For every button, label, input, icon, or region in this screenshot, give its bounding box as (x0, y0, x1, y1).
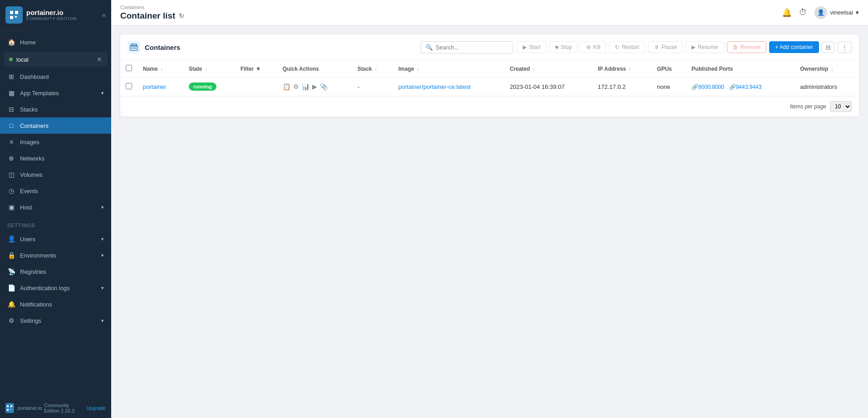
image-column-header[interactable]: Image ↕ (393, 60, 504, 78)
containers-card-title: Containers (145, 44, 180, 51)
stats-action-icon[interactable]: 📊 (302, 83, 309, 90)
stack-column-header[interactable]: Stack ↕ (352, 60, 393, 78)
sidebar-item-auth-logs-label: Authentication logs (20, 285, 70, 292)
sidebar-item-events[interactable]: ◷ Events (0, 183, 111, 199)
sidebar-item-home[interactable]: 🏠 Home (0, 34, 111, 50)
search-box[interactable]: 🔍 (421, 41, 513, 53)
help-icon[interactable]: ⏱ (799, 8, 807, 17)
container-image-link[interactable]: portainer/portainer-ce:latest (398, 83, 471, 90)
users-chevron-icon: ▾ (101, 236, 104, 242)
settings-icon: ⚙ (7, 316, 15, 325)
kill-button[interactable]: ⊗ Kill (580, 41, 606, 53)
created-column-header[interactable]: Created ↕ (504, 60, 592, 78)
sidebar-collapse-button[interactable]: « (102, 11, 106, 19)
sidebar-item-host[interactable]: ▣ Host ▾ (0, 199, 111, 215)
upgrade-link[interactable]: Upgrade (87, 405, 106, 411)
networks-icon: ⊕ (7, 154, 15, 162)
env-close-icon[interactable]: ✕ (97, 56, 102, 63)
resume-button[interactable]: ▶ Resume (686, 41, 724, 53)
add-container-button[interactable]: + Add container (769, 41, 819, 53)
attach-action-icon[interactable]: 📎 (320, 83, 328, 90)
sidebar-item-home-label: Home (20, 39, 36, 46)
containers-card-header: Containers 🔍 ▶ Start (120, 34, 859, 60)
dashboard-icon: ⊞ (7, 73, 15, 81)
user-menu[interactable]: 👤 vineelsai ▾ (814, 6, 859, 19)
port-link-8000[interactable]: 🔗8000:8000 (691, 84, 724, 90)
sidebar-item-networks[interactable]: ⊕ Networks (0, 150, 111, 166)
quick-actions-column-header: Quick Actions (277, 60, 352, 78)
sidebar-item-environments-label: Environments (20, 252, 56, 259)
container-name-link[interactable]: portainer (143, 83, 166, 90)
images-icon: ≡ (7, 138, 15, 146)
ownership-sort-icon: ↕ (831, 67, 834, 72)
host-icon: ▣ (7, 203, 15, 211)
restart-button[interactable]: ↻ Restart (609, 41, 645, 53)
port-link-9443[interactable]: 🔗9443:9443 (729, 84, 762, 90)
sidebar-footer: portainer.io Community Edition 2.16.2 Up… (0, 398, 111, 418)
environments-chevron-icon: ▾ (101, 253, 104, 258)
sidebar-item-images[interactable]: ≡ Images (0, 134, 111, 150)
ip-column-header[interactable]: IP Address ↕ (593, 60, 652, 78)
volumes-icon: ◫ (7, 170, 15, 179)
filter-column-header[interactable]: Filter ▼ (235, 60, 277, 78)
sidebar-item-app-templates-label: App Templates (20, 90, 59, 97)
overflow-menu-button[interactable]: ⋮ (838, 42, 852, 53)
logo: portainer.io COMMUNITY EDITION (5, 6, 77, 24)
app-templates-chevron-icon: ▾ (101, 90, 104, 96)
username-label: vineelsai (830, 9, 853, 16)
sidebar-item-notifications[interactable]: 🔔 Notifications (0, 296, 111, 312)
more-options-button[interactable]: ⊟ (822, 42, 835, 53)
ownership-column-header[interactable]: Ownership ↕ (794, 60, 859, 78)
sidebar-item-settings[interactable]: ⚙ Settings ▾ (0, 312, 111, 329)
sidebar-item-networks-label: Networks (20, 155, 44, 162)
items-per-page-select[interactable]: 10 25 50 (830, 101, 852, 112)
users-icon: 👤 (7, 235, 15, 243)
sidebar-item-app-templates[interactable]: ▦ App Templates ▾ (0, 85, 111, 101)
footer-app-name: portainer.io (18, 405, 42, 411)
sidebar-item-users[interactable]: 👤 Users ▾ (0, 231, 111, 247)
container-ports-cell: 🔗8000:8000 🔗9443:9443 (686, 78, 794, 96)
table-row: portainer running 📋 ⚙ 📊 (120, 78, 859, 96)
inspect-action-icon[interactable]: ⚙ (293, 83, 299, 90)
toolbar: ▶ Start ■ Stop ⊗ Kill ↻ (517, 41, 852, 53)
remove-button[interactable]: 🗑 Remove (727, 41, 767, 53)
auth-logs-chevron-icon: ▾ (101, 285, 104, 291)
overflow-icon: ⋮ (842, 44, 848, 51)
name-column-header[interactable]: Name ↕ (137, 60, 183, 78)
env-selector[interactable]: local ✕ (4, 52, 108, 67)
sidebar-item-registries-label: Registries (20, 268, 46, 275)
search-input[interactable] (436, 44, 508, 51)
stop-button[interactable]: ■ Stop (549, 41, 578, 53)
bell-icon[interactable]: 🔔 (782, 8, 792, 18)
container-created-cell: 2023-01-04 16:39:07 (504, 78, 592, 96)
sidebar-item-host-label: Host (20, 204, 32, 211)
sidebar-item-dashboard[interactable]: ⊞ Dashboard (0, 68, 111, 85)
state-column-header[interactable]: State ↕ (183, 60, 235, 78)
row-checkbox[interactable] (126, 83, 132, 89)
sidebar-item-auth-logs[interactable]: 📄 Authentication logs ▾ (0, 280, 111, 296)
refresh-icon[interactable]: ↻ (179, 12, 184, 19)
sidebar-item-registries[interactable]: 📡 Registries (0, 263, 111, 280)
select-all-checkbox[interactable] (126, 65, 132, 71)
sidebar-item-events-label: Events (20, 188, 38, 194)
sidebar-item-environments[interactable]: 🔒 Environments ▾ (0, 247, 111, 263)
table-footer: Items per page 10 25 50 (120, 96, 859, 117)
sidebar-item-volumes[interactable]: ◫ Volumes (0, 166, 111, 183)
sidebar-item-containers[interactable]: □ Containers (0, 117, 111, 134)
pause-button[interactable]: ⏸ Pause (648, 41, 683, 53)
start-button[interactable]: ▶ Start (517, 41, 546, 53)
svg-rect-6 (7, 409, 9, 411)
svg-rect-2 (10, 16, 13, 19)
notifications-icon: 🔔 (7, 300, 15, 308)
console-action-icon[interactable]: ▶ (312, 83, 317, 90)
container-quick-actions-cell: 📋 ⚙ 📊 ▶ 📎 (277, 78, 352, 96)
table-header-row: Name ↕ State ↕ Filter ▼ Quick Actions (120, 60, 859, 78)
gpus-column-header: GPUs (652, 60, 686, 78)
settings-chevron-icon: ▾ (101, 318, 104, 324)
sidebar-item-stacks[interactable]: ⊟ Stacks (0, 101, 111, 117)
auth-logs-icon: 📄 (7, 284, 15, 292)
containers-card: Containers 🔍 ▶ Start (120, 34, 859, 117)
logs-action-icon[interactable]: 📋 (283, 83, 290, 90)
columns-icon: ⊟ (826, 44, 831, 51)
home-icon: 🏠 (7, 38, 15, 46)
